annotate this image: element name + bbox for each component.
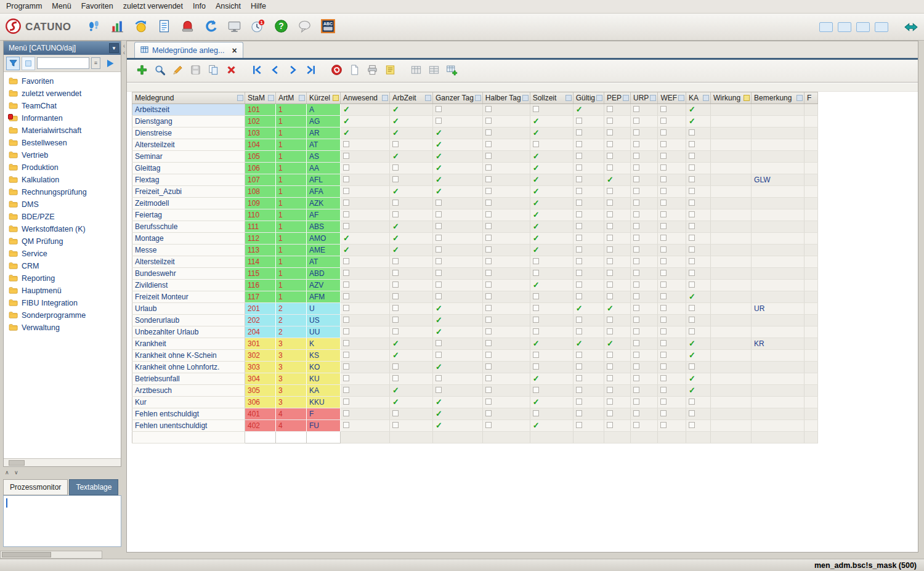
cell-check-ganzer-tag[interactable]: ✓ <box>433 397 483 408</box>
cell-check-wef[interactable] <box>658 291 686 303</box>
cell-check-anwesend[interactable] <box>341 221 390 233</box>
cell-kuerzel[interactable]: KU <box>307 373 341 385</box>
cell-check-anwesend[interactable] <box>341 303 390 315</box>
filter-icon[interactable] <box>425 95 431 101</box>
cell-check[interactable] <box>686 432 711 443</box>
cell-wirkung[interactable] <box>711 315 752 326</box>
window-tile-button[interactable] <box>838 22 851 32</box>
table-row[interactable]: Krankheit ohne Lohnfortz.3033KO✓ <box>132 362 818 373</box>
cell-f[interactable] <box>804 221 818 233</box>
cell-artm[interactable]: 1 <box>276 186 307 198</box>
cell-check-g-ltig[interactable] <box>573 198 604 209</box>
cell-meldegrund[interactable]: Zivildienst <box>132 280 245 291</box>
cell-check-sollzeit[interactable]: ✓ <box>530 116 573 128</box>
cell-stam[interactable]: 116 <box>245 280 276 291</box>
cell-meldegrund[interactable]: Arztbesuch <box>132 385 245 397</box>
cell-artm[interactable]: 3 <box>276 338 307 350</box>
filter-icon[interactable] <box>703 95 709 101</box>
cell-check-ka[interactable] <box>686 128 711 139</box>
cell-wirkung[interactable] <box>711 397 752 408</box>
cell-meldegrund[interactable]: Dienstgang <box>132 116 245 128</box>
cell-check-wef[interactable] <box>658 151 686 163</box>
cell-kuerzel[interactable]: AT <box>307 256 341 268</box>
cell-check-arbzeit[interactable]: ✓ <box>390 116 433 128</box>
cell-check-arbzeit[interactable]: ✓ <box>390 186 433 198</box>
cell-bemerkung[interactable] <box>752 198 804 209</box>
table-row[interactable]: Altersteilzeit1041AT✓ <box>132 139 818 151</box>
cell-check-urp[interactable] <box>631 186 658 198</box>
cell-check-wef[interactable] <box>658 198 686 209</box>
cell-check-halber-tag[interactable] <box>482 245 530 256</box>
table-row[interactable]: Arztbesuch3053KA✓✓ <box>132 385 818 397</box>
table-row[interactable]: Urlaub2012U✓✓✓UR <box>132 303 818 315</box>
cell-artm[interactable]: 2 <box>276 303 307 315</box>
sidebar-item-qm-pr-fung[interactable]: QM Prüfung <box>4 235 121 248</box>
cell-f[interactable] <box>804 256 818 268</box>
cell-meldegrund[interactable]: Kur <box>132 397 245 408</box>
monitor-button[interactable] <box>225 18 243 36</box>
cell-artm[interactable]: 1 <box>276 209 307 221</box>
new-document-button[interactable] <box>346 63 363 79</box>
cell-check-pep[interactable] <box>604 151 631 163</box>
cell-bemerkung[interactable] <box>752 233 804 245</box>
cell-check-g-ltig[interactable] <box>573 373 604 385</box>
cell-check-ganzer-tag[interactable]: ✓ <box>433 128 483 139</box>
cell-check-arbzeit[interactable]: ✓ <box>390 397 433 408</box>
table-row[interactable]: Arbeitszeit1011A✓✓✓✓ <box>132 104 818 116</box>
column-header-sollzeit[interactable]: Sollzeit <box>530 92 573 104</box>
cell-check-anwesend[interactable] <box>341 315 390 326</box>
grid-view-button[interactable] <box>407 63 424 79</box>
cell-check-arbzeit[interactable]: ✓ <box>390 350 433 362</box>
cell-check[interactable] <box>658 432 686 443</box>
filter-icon[interactable] <box>333 95 339 101</box>
cell-check-g-ltig[interactable] <box>573 139 604 151</box>
cell-check-ganzer-tag[interactable] <box>433 245 483 256</box>
cell-check-sollzeit[interactable]: ✓ <box>530 209 573 221</box>
cell-check-ganzer-tag[interactable] <box>433 280 483 291</box>
cell-check-sollzeit[interactable] <box>530 385 573 397</box>
table-row[interactable]: Messe1131AME✓✓✓ <box>132 245 818 256</box>
print-button[interactable] <box>363 63 381 79</box>
cell-artm[interactable]: 1 <box>276 163 307 174</box>
cell-check-anwesend[interactable]: ✓ <box>341 116 390 128</box>
menubar-item-hilfe[interactable]: Hilfe <box>246 0 271 13</box>
cell-check-sollzeit[interactable] <box>530 256 573 268</box>
cell-check-anwesend[interactable] <box>341 373 390 385</box>
cell-check-g-ltig[interactable] <box>573 163 604 174</box>
column-header-wirkung[interactable]: Wirkung <box>711 92 752 104</box>
cell-check-arbzeit[interactable] <box>390 291 433 303</box>
cell-check-urp[interactable] <box>631 397 658 408</box>
cell-wirkung[interactable] <box>711 256 752 268</box>
cell-kuerzel[interactable]: AME <box>307 245 341 256</box>
cell-check-pep[interactable] <box>604 268 631 280</box>
cell-check-wef[interactable] <box>658 256 686 268</box>
cell-kuerzel[interactable]: AMO <box>307 233 341 245</box>
cell-check-halber-tag[interactable] <box>482 209 530 221</box>
cell-check-pep[interactable] <box>604 233 631 245</box>
add-button[interactable] <box>133 63 150 79</box>
table-new-row[interactable] <box>132 432 818 443</box>
cell-artm[interactable]: 4 <box>276 408 307 420</box>
column-header-ka[interactable]: KA <box>686 92 711 104</box>
cell-check-halber-tag[interactable] <box>482 268 530 280</box>
cell-stam[interactable]: 108 <box>245 186 276 198</box>
cell-check-sollzeit[interactable] <box>530 291 573 303</box>
cell-bemerkung[interactable] <box>752 163 804 174</box>
cell-stam[interactable]: 306 <box>245 397 276 408</box>
column-header-pep[interactable]: PEP <box>604 92 631 104</box>
filter-icon[interactable] <box>623 95 629 101</box>
cell-artm[interactable]: 1 <box>276 233 307 245</box>
cell-check-arbzeit[interactable] <box>390 198 433 209</box>
cell-check-g-ltig[interactable] <box>573 209 604 221</box>
cell-artm[interactable]: 4 <box>276 420 307 432</box>
cell-check-halber-tag[interactable] <box>482 163 530 174</box>
cell-artm[interactable]: 1 <box>276 198 307 209</box>
cell-check-wef[interactable] <box>658 408 686 420</box>
cell-check-arbzeit[interactable]: ✓ <box>390 385 433 397</box>
cell-check-arbzeit[interactable]: ✓ <box>390 338 433 350</box>
cell-wirkung[interactable] <box>711 151 752 163</box>
cell-check-urp[interactable] <box>631 291 658 303</box>
cell-check-ganzer-tag[interactable] <box>433 209 483 221</box>
sidebar-item-bde-pze[interactable]: BDE/PZE <box>4 211 121 223</box>
cell-kuerzel[interactable]: UU <box>307 326 341 338</box>
